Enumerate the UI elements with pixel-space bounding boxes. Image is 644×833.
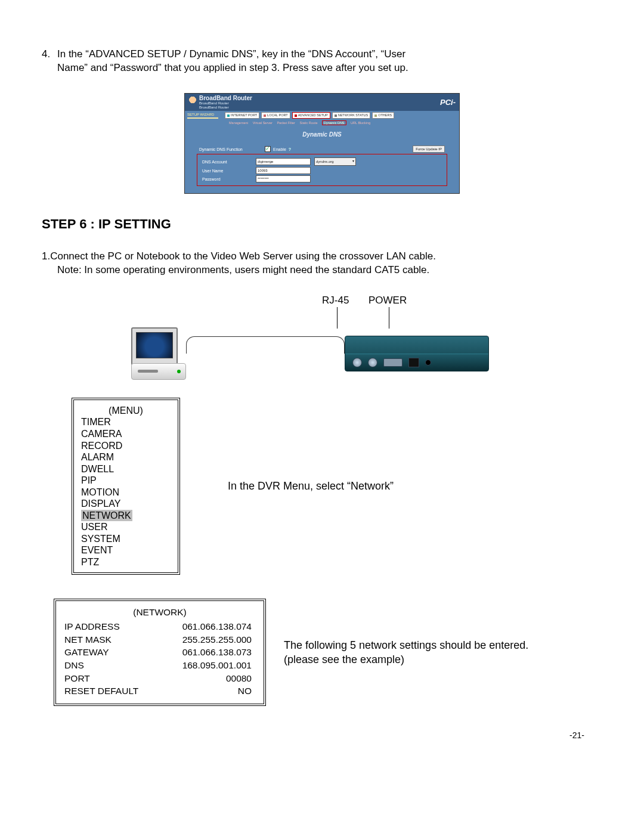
ddns-function-label: Dynamic DNS Function <box>199 147 265 152</box>
para4-line2: Name” and “Password” that you applied in… <box>57 61 602 75</box>
password-label: Password <box>202 176 256 182</box>
net-row-dns: DNS168.095.001.001 <box>64 659 255 672</box>
paragraph-1: 1.Connect the PC or Notebook to the Vide… <box>42 250 602 277</box>
menu-item-ptz: PTZ <box>81 556 171 568</box>
network-settings-box: (NETWORK) IP ADDRESS061.066.138.074 NET … <box>54 599 266 706</box>
tab-internet-port[interactable]: INTERNET PORT <box>225 112 259 119</box>
tab-advanced-setup[interactable]: ADVANCED SETUP <box>292 112 330 119</box>
router-submenu: Management Virtual Server Packet Filter … <box>185 120 459 126</box>
power-label: POWER <box>369 294 407 308</box>
power-port-icon <box>425 360 431 366</box>
router-form: Dynamic DNS Function Enable ? Force Upda… <box>185 142 459 193</box>
menu-item-event: EVENT <box>81 544 171 556</box>
router-screenshot: BroadBand Router BroadBand Router BroadB… <box>184 93 460 194</box>
wizard-underline-icon <box>187 117 218 119</box>
submenu-packet-filter[interactable]: Packet Filter <box>277 121 295 125</box>
submenu-dynamic-dns[interactable]: Dynamic DNS <box>322 120 346 125</box>
menu-item-user: USER <box>81 521 171 533</box>
video-web-server-icon <box>345 336 489 371</box>
paragraph-4: 4.In the “ADVANCED SETUP / Dynamic DNS”,… <box>42 48 602 75</box>
user-name-label: User Name <box>202 168 256 174</box>
bnc-port-icon <box>352 358 362 367</box>
net-row-reset: RESET DEFAULTNO <box>64 685 255 698</box>
step-6-heading: STEP 6 : IP SETTING <box>42 215 602 233</box>
network-caption-line1: The following 5 network settings should … <box>284 638 528 652</box>
net-row-mask: NET MASK255.255.255.000 <box>64 633 255 646</box>
menu-item-pip: PIP <box>81 475 171 487</box>
tab-network-status[interactable]: NETWORK STATUS <box>332 112 371 119</box>
menu-item-network: NETWORK <box>81 510 132 522</box>
page-number: -21- <box>42 730 602 741</box>
menu-item-alarm: ALARM <box>81 451 171 463</box>
menu-item-record: RECORD <box>81 440 171 452</box>
router-subtitle-2: BroadBand Router <box>199 106 440 109</box>
menu-item-timer: TIMER <box>81 416 171 428</box>
para1-number: 1. <box>42 250 50 262</box>
dns-domain-select[interactable]: dyndns.org <box>314 157 356 166</box>
connection-figure: RJ-45 POWER <box>131 294 489 380</box>
menu-item-camera: CAMERA <box>81 428 171 440</box>
rj45-port-icon <box>408 358 419 367</box>
menu-caption: In the DVR Menu, select “Network” <box>228 479 394 493</box>
menu-item-motion: MOTION <box>81 487 171 498</box>
submenu-virtual-server[interactable]: Virtual Server <box>253 121 273 125</box>
serial-port-icon <box>383 358 402 367</box>
help-icon[interactable]: ? <box>289 147 291 152</box>
enable-checkbox[interactable] <box>265 146 271 152</box>
menu-title: (MENU) <box>81 405 171 417</box>
password-input[interactable]: ******** <box>256 175 311 182</box>
router-title: BroadBand Router <box>199 95 440 102</box>
rj45-pointer-icon <box>337 307 338 329</box>
network-caption-line2: (please see the example) <box>284 652 528 667</box>
pci-logo: PCi- <box>440 97 456 108</box>
submenu-management[interactable]: Management <box>229 121 248 125</box>
network-caption: The following 5 network settings should … <box>284 638 528 667</box>
network-title: (NETWORK) <box>64 606 255 619</box>
dvr-menu-box: (MENU) TIMER CAMERA RECORD ALARM DWELL P… <box>72 398 180 575</box>
net-row-port: PORT00080 <box>64 672 255 685</box>
router-caption: Dynamic DNS <box>185 127 459 143</box>
tab-local-port[interactable]: LOCAL PORT <box>261 112 290 119</box>
user-name-input[interactable]: 10093 <box>256 167 311 174</box>
para4-line1: In the “ADVANCED SETUP / Dynamic DNS”, k… <box>57 48 405 60</box>
menu-item-display: DISPLAY <box>81 498 171 510</box>
router-tabs: SETUP WIZARD INTERNET PORT LOCAL PORT AD… <box>185 111 459 120</box>
person-icon <box>188 97 197 107</box>
pc-icon <box>131 327 186 380</box>
tab-others[interactable]: OTHERS <box>372 112 394 119</box>
router-header: BroadBand Router BroadBand Router BroadB… <box>185 94 459 111</box>
submenu-static-route[interactable]: Static Route <box>300 121 318 125</box>
menu-item-system: SYSTEM <box>81 533 171 545</box>
menu-item-dwell: DWELL <box>81 463 171 475</box>
ddns-fields-highlight: DNS Account digimerge dyndns.org User Na… <box>197 154 447 186</box>
enable-label: Enable <box>273 147 286 152</box>
net-row-gateway: GATEWAY061.066.138.073 <box>64 646 255 659</box>
bnc-port-icon <box>368 358 377 367</box>
para4-number: 4. <box>42 48 57 61</box>
cable-icon <box>186 336 345 354</box>
power-pointer-icon <box>389 307 389 329</box>
setup-wizard-link[interactable]: SETUP WIZARD <box>187 112 223 117</box>
para1-line1: Connect the PC or Notebook to the Video … <box>50 250 436 262</box>
rj45-label: RJ-45 <box>322 294 349 308</box>
dns-account-label: DNS Account <box>202 159 256 165</box>
submenu-url-blocking[interactable]: URL Blocking <box>351 121 370 125</box>
para1-line2: Note: In some operating environments, us… <box>57 264 602 277</box>
force-update-button[interactable]: Force Update IP <box>413 145 445 153</box>
dns-account-input[interactable]: digimerge <box>256 158 311 165</box>
net-row-ip: IP ADDRESS061.066.138.074 <box>64 620 255 633</box>
